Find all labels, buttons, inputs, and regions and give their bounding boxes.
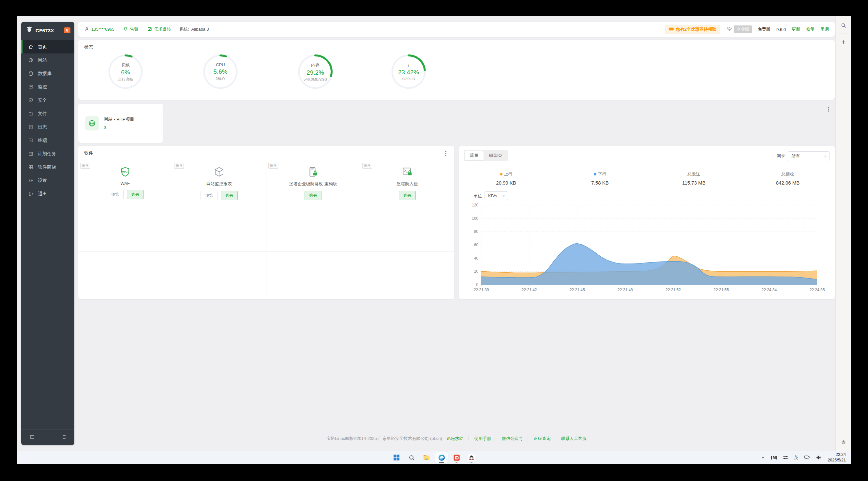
system-info[interactable]: 系统: Alibaba 3 bbox=[180, 26, 209, 32]
update-button[interactable]: 更新 bbox=[792, 26, 800, 32]
stat-label: 总发送 bbox=[688, 171, 701, 177]
browser-side-rail: + bbox=[835, 16, 851, 451]
sidebar-item-label: 网站 bbox=[38, 57, 47, 63]
traffic-area-chart[interactable]: 02040608010012022:21:3922:21:4222:21:452… bbox=[464, 202, 830, 296]
software-more-menu-icon[interactable] bbox=[442, 149, 449, 157]
logo-row[interactable]: CF673X 0 bbox=[21, 22, 74, 39]
gauge-memory[interactable]: 内存29.2%546.0MB/2GB bbox=[297, 54, 334, 90]
nic-label: 网卡 bbox=[777, 153, 785, 159]
gauge-disk-root[interactable]: /23.42%9/39GB bbox=[390, 54, 427, 90]
feedback-label: 需求反馈 bbox=[154, 26, 171, 32]
qq-icon[interactable] bbox=[465, 452, 478, 463]
svg-text:40: 40 bbox=[474, 256, 479, 261]
edge-browser-icon[interactable] bbox=[435, 452, 448, 463]
tab-disk-io[interactable]: 磁盘IO bbox=[484, 151, 507, 160]
coupon-banner[interactable]: 您有2个优惠券待领取 bbox=[665, 25, 720, 34]
red-app-icon[interactable] bbox=[450, 452, 463, 463]
software-item-tamper-proof[interactable]: 推荐 堡塔企业级防篡改-重构版 购买 bbox=[267, 161, 360, 251]
unit-select[interactable]: KB/s ∨ bbox=[485, 191, 508, 200]
enterprise-upgrade[interactable]: 企业版 bbox=[726, 25, 752, 33]
row-more-menu-icon[interactable] bbox=[825, 105, 832, 113]
restart-button[interactable]: 重启 bbox=[820, 26, 829, 32]
software-item-waf[interactable]: 推荐 WAF WAF 预览 购买 bbox=[78, 161, 172, 251]
sidebar-item-terminal[interactable]: 终端 bbox=[21, 134, 74, 147]
sidebar-item-logs[interactable]: 日志 bbox=[21, 120, 74, 134]
svg-text:22:21:55: 22:21:55 bbox=[713, 288, 729, 292]
svg-text:120: 120 bbox=[472, 203, 478, 207]
sidebar-search-icon[interactable] bbox=[838, 20, 849, 31]
sidebar-item-label: 数据库 bbox=[38, 71, 52, 77]
sidebar-item-home[interactable]: 首页 bbox=[21, 40, 74, 54]
speaker-icon[interactable] bbox=[813, 452, 824, 463]
sidebar-item-logout[interactable]: 退出 bbox=[21, 187, 74, 201]
shield-logo-icon bbox=[26, 26, 33, 35]
file-explorer-icon[interactable] bbox=[420, 452, 433, 463]
sidebar-item-security[interactable]: 安全 bbox=[21, 94, 74, 107]
account-phone[interactable]: 135****6965 bbox=[84, 26, 115, 33]
status-card: 状态 负载6%运行流畅 CPU5.6%2核心 内存29.2%546.0MB/2G… bbox=[78, 40, 835, 100]
unit-filter: 单位 KB/s ∨ bbox=[473, 191, 508, 200]
sidebar-item-label: 计划任务 bbox=[38, 151, 56, 157]
buy-button[interactable]: 购买 bbox=[399, 191, 416, 200]
sidebar-item-settings[interactable]: 设置 bbox=[21, 174, 74, 187]
footer-link-wechat[interactable]: 微信公众号 bbox=[502, 436, 523, 441]
buy-button[interactable]: 购买 bbox=[127, 190, 144, 199]
person-icon bbox=[84, 26, 89, 33]
sidebar-item-label: 终端 bbox=[38, 138, 47, 144]
preview-button[interactable]: 预览 bbox=[106, 190, 124, 199]
site-php-card[interactable]: 网站 - PHP项目 3 bbox=[78, 104, 163, 143]
tray-sliders-icon[interactable] bbox=[781, 452, 790, 463]
buy-button[interactable]: 购买 bbox=[221, 191, 238, 200]
gauge-value: 29.2% bbox=[307, 69, 324, 76]
software-name: 堡塔防入侵 bbox=[397, 181, 418, 187]
ime-language-indicator[interactable]: 英 bbox=[792, 452, 801, 463]
network-icon[interactable] bbox=[802, 452, 812, 463]
repair-button[interactable]: 修复 bbox=[806, 26, 814, 32]
menu-list-icon[interactable] bbox=[61, 434, 66, 441]
sidebar-item-cron[interactable]: 计划任务 bbox=[21, 147, 74, 160]
preview-button[interactable]: 预览 bbox=[200, 191, 217, 200]
nic-select[interactable]: 所有 ∨ bbox=[788, 151, 830, 161]
collapse-sidebar-icon[interactable] bbox=[29, 434, 35, 441]
status-title: 状态 bbox=[84, 44, 93, 50]
gauge-cpu[interactable]: CPU5.6%2核心 bbox=[202, 54, 239, 90]
sidebar-settings-gear-icon[interactable] bbox=[838, 437, 849, 447]
hidden-icons-chevron-icon[interactable] bbox=[759, 452, 768, 463]
gauge-value: 5.6% bbox=[213, 68, 227, 75]
footer-link-support[interactable]: 联系人工客服 bbox=[561, 436, 587, 441]
gauge-sub: 546.0MB/2GB bbox=[304, 77, 327, 81]
sidebar-item-appstore[interactable]: 软件商店 bbox=[21, 160, 74, 174]
buy-button[interactable]: 购买 bbox=[305, 191, 321, 200]
sidebar: CF673X 0 首页 网站 数据库 监控 安全 文件 日志 终端 计划任务 软… bbox=[21, 22, 74, 445]
sidebar-item-database[interactable]: 数据库 bbox=[21, 67, 74, 80]
sidebar-item-sites[interactable]: 网站 bbox=[21, 54, 74, 67]
alarm-link[interactable]: 告警 bbox=[123, 26, 138, 33]
taskbar-clock[interactable]: 22:24 2025/5/21 bbox=[825, 452, 848, 463]
chart-tabs: 流量 磁盘IO bbox=[464, 150, 508, 161]
start-button[interactable] bbox=[390, 452, 403, 463]
software-item-monitor-report[interactable]: 推荐 网站监控报表 预览 购买 bbox=[172, 161, 266, 251]
gauge-load[interactable]: 负载6%运行流畅 bbox=[107, 54, 144, 90]
svg-text:22:21:52: 22:21:52 bbox=[665, 288, 681, 292]
notification-badge[interactable]: 0 bbox=[64, 27, 70, 33]
tab-traffic[interactable]: 流量 bbox=[465, 151, 484, 160]
gauge-sub: 9/39GB bbox=[402, 77, 415, 81]
feedback-link[interactable]: 需求反馈 bbox=[147, 26, 171, 33]
footer-link-manual[interactable]: 使用手册 bbox=[474, 436, 491, 441]
svg-text:22:21:45: 22:21:45 bbox=[570, 288, 585, 292]
software-item-intrusion-prevention[interactable]: 推荐 堡塔防入侵 购买 bbox=[360, 161, 454, 251]
sidebar-item-files[interactable]: 文件 bbox=[21, 107, 74, 120]
version-number[interactable]: 9.6.0 bbox=[776, 27, 786, 32]
sidebar-item-monitor[interactable]: 监控 bbox=[21, 80, 74, 94]
sidebar-add-icon[interactable]: + bbox=[838, 37, 849, 47]
clock-date: 2025/5/21 bbox=[828, 457, 846, 463]
footer-link-forum[interactable]: 论坛求助 bbox=[447, 436, 464, 441]
svg-text:80: 80 bbox=[474, 229, 479, 234]
taskbar-search-icon[interactable] bbox=[405, 452, 418, 463]
tray-m-app-icon[interactable]: M bbox=[769, 452, 779, 463]
windows-taskbar: M 英 22:24 2025/5/21 bbox=[17, 451, 851, 464]
bell-icon bbox=[123, 26, 128, 33]
site-count[interactable]: 3 bbox=[104, 125, 134, 130]
gauge-value: 6% bbox=[121, 69, 130, 76]
footer-link-license-check[interactable]: 正版查询 bbox=[533, 436, 550, 441]
